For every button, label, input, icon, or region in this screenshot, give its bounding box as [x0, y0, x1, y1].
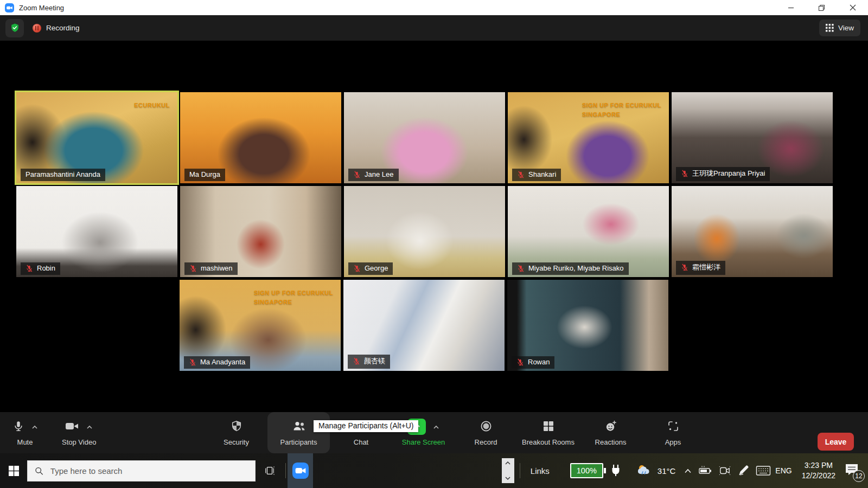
participant-name: Ma Durga	[189, 170, 220, 178]
muted-mic-icon	[516, 358, 524, 366]
participant-tile[interactable]: SIGN UP FOR ECURUKUL SINGAPORE Shankari	[508, 92, 669, 183]
participant-tile[interactable]: SIGN UP FOR ECURUKUL SINGAPORE Ma Anadya…	[180, 280, 341, 371]
participant-name-label: George	[348, 262, 393, 275]
chat-button[interactable]: Chat	[330, 412, 392, 453]
participant-name: Paramashantini Ananda	[25, 170, 100, 178]
participant-tile[interactable]: 颜杏镁	[343, 280, 505, 371]
participant-tile[interactable]: ECURUKUL Paramashantini Ananda	[16, 92, 177, 183]
grid-view-icon	[826, 24, 834, 32]
participant-name-label: Jane Lee	[348, 169, 399, 181]
participant-tile[interactable]: Miyabe Ruriko, Miyabe Risako	[508, 186, 669, 277]
weather-widget[interactable]: 31°C	[637, 464, 676, 477]
reactions-button[interactable]: Reactions	[579, 412, 642, 453]
start-button[interactable]	[0, 453, 27, 488]
scroll-down-icon[interactable]	[505, 476, 511, 480]
stop-video-button[interactable]: Stop Video	[59, 412, 99, 453]
close-button[interactable]	[837, 0, 868, 15]
action-center-button[interactable]: 12	[844, 463, 859, 478]
battery-icon[interactable]	[698, 465, 712, 476]
security-button[interactable]: Security	[205, 412, 267, 453]
muted-mic-icon	[25, 265, 33, 272]
participant-name-label: Paramashantini Ananda	[21, 169, 105, 181]
leave-button[interactable]: Leave	[818, 433, 854, 451]
stop-video-label: Stop Video	[62, 438, 96, 446]
participant-name-label: Ma Durga	[184, 169, 225, 181]
muted-mic-icon	[681, 170, 688, 177]
microphone-icon	[12, 420, 24, 434]
window-titlebar: Zoom Meeting	[0, 0, 868, 15]
touch-keyboard-icon[interactable]	[756, 465, 771, 476]
participant-tile[interactable]: Rowan	[507, 280, 668, 371]
time-label: 3:23 PM	[802, 460, 835, 471]
apps-label: Apps	[665, 438, 681, 446]
participant-name-label: mashiwen	[184, 262, 238, 275]
windows-logo-icon	[9, 466, 19, 476]
participant-name: Robin	[37, 264, 55, 272]
taskbar-separator	[520, 463, 520, 478]
record-circle-icon	[480, 420, 493, 434]
manage-participants-tooltip: Manage Participants (Alt+U)	[314, 420, 418, 432]
zoom-app-icon	[5, 3, 14, 12]
participant-name: Jane Lee	[365, 170, 394, 178]
banner-text: SIGN UP FOR ECURUKUL SINGAPORE	[582, 101, 661, 119]
pen-icon[interactable]	[737, 465, 749, 477]
apps-button[interactable]: Apps	[642, 412, 704, 453]
restore-button[interactable]	[806, 0, 837, 15]
minimize-button[interactable]	[775, 0, 806, 15]
participant-name: Shankari	[528, 170, 556, 178]
participant-tile[interactable]: mashiwen	[180, 186, 341, 277]
taskbar-clock[interactable]: 3:23 PM 12/2/2022	[802, 460, 835, 481]
participant-name-label: Robin	[21, 262, 60, 275]
video-camera-icon	[65, 420, 79, 434]
participant-name: Rowan	[528, 358, 550, 366]
meeting-toolbar: MuteStop Video SecurityParticipantsChatS…	[0, 412, 868, 453]
participant-tile[interactable]: 王玥珑Pranpanja Priyai	[672, 92, 833, 183]
battery-percent-label: 100%	[577, 466, 597, 475]
apps-icon	[667, 420, 680, 434]
participant-tile[interactable]: Ma Durga	[180, 92, 341, 183]
mute-options-chevron-icon[interactable]	[31, 423, 38, 431]
toolbar-left-group: MuteStop Video	[8, 412, 99, 453]
system-tray	[684, 465, 771, 477]
record-label: Record	[475, 438, 497, 446]
participant-name-label: 王玥珑Pranpanja Priyai	[676, 167, 770, 181]
record-button[interactable]: Record	[455, 412, 517, 453]
muted-mic-icon	[517, 171, 525, 178]
participant-tile[interactable]: Robin	[16, 186, 177, 277]
taskbar-search[interactable]	[27, 460, 256, 481]
language-indicator[interactable]: ENG	[775, 466, 792, 475]
muted-mic-icon	[189, 358, 196, 366]
share-screen-button[interactable]: Share Screen	[392, 412, 455, 453]
stop-video-options-chevron-icon[interactable]	[86, 423, 93, 431]
mute-button[interactable]: Mute	[8, 412, 42, 453]
taskbar-scroll-arrows[interactable]	[502, 458, 514, 483]
participant-name: 霜愷彬洋	[692, 262, 720, 272]
scroll-up-icon[interactable]	[505, 461, 511, 465]
video-gallery: ECURUKUL Paramashantini Ananda Ma Durga …	[0, 41, 868, 412]
hidden-icons-chevron[interactable]	[684, 468, 692, 473]
encryption-shield-button[interactable]	[5, 19, 24, 37]
share-screen-options-chevron-icon[interactable]	[433, 423, 439, 431]
zoom-tray-icon[interactable]	[719, 465, 731, 476]
battery-level-indicator[interactable]: 100%	[570, 463, 603, 478]
search-input[interactable]	[49, 466, 248, 476]
temperature-label: 31°C	[658, 466, 676, 476]
participant-tile[interactable]: Jane Lee	[344, 92, 505, 183]
zoom-taskbar-button[interactable]	[288, 453, 313, 488]
recording-indicator[interactable]: Recording	[33, 24, 80, 33]
view-button[interactable]: View	[819, 20, 860, 36]
reactions-smiley-icon	[604, 420, 617, 434]
reactions-label: Reactions	[595, 438, 627, 446]
breakout-rooms-button[interactable]: Breakout Rooms	[517, 412, 579, 453]
breakout-rooms-icon	[542, 420, 555, 434]
links-toolbar-label[interactable]: Links	[531, 466, 550, 476]
recording-label: Recording	[46, 24, 80, 32]
security-label: Security	[224, 438, 249, 446]
participant-tile[interactable]: George	[344, 186, 505, 277]
date-label: 12/2/2022	[802, 471, 835, 481]
task-view-button[interactable]	[256, 453, 284, 488]
participant-tile[interactable]: 霜愷彬洋	[672, 186, 833, 277]
weather-rain-icon	[637, 464, 652, 477]
participants-button[interactable]: Participants	[267, 412, 330, 453]
participant-name: Ma Anadyanta	[200, 358, 245, 366]
